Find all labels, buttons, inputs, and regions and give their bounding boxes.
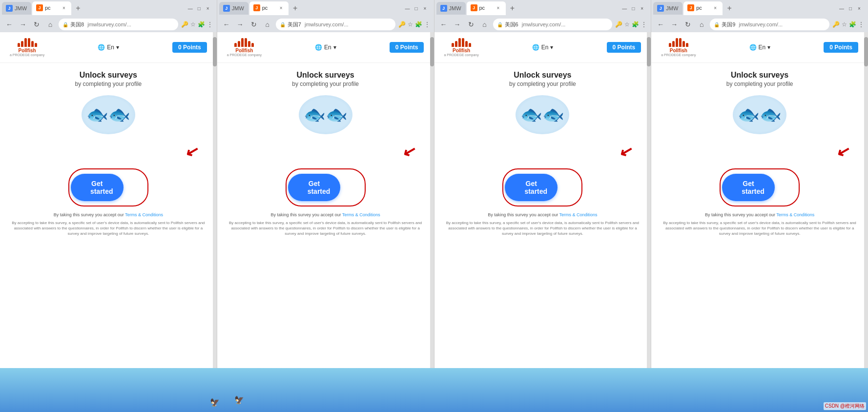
lang-selector[interactable]: 🌐 En ▾ bbox=[315, 44, 336, 51]
url-actions: 🔑 ☆ 🧩 ⋮ bbox=[181, 21, 213, 28]
key-icon[interactable]: 🔑 bbox=[181, 21, 188, 28]
url-field[interactable]: 🔒 美国9 jmwlsurvey.com/... bbox=[710, 19, 829, 30]
scrollbar-y[interactable] bbox=[864, 32, 868, 368]
tab-inactive-jmw[interactable]: J JMW bbox=[2, 2, 31, 15]
get-started-button[interactable]: Get started bbox=[288, 174, 341, 201]
tab-close-btn[interactable]: × bbox=[61, 4, 67, 11]
scrollbar-thumb[interactable] bbox=[864, 37, 868, 66]
get-started-button[interactable]: Get started bbox=[505, 174, 558, 201]
puzzle-icon[interactable]: 🧩 bbox=[415, 21, 422, 28]
star-icon[interactable]: ☆ bbox=[842, 21, 847, 28]
tab-inactive-jmw[interactable]: J JMW bbox=[653, 2, 682, 15]
home-btn[interactable]: ⌂ bbox=[45, 19, 56, 30]
page-header: Pollfish a PRODEGE company 🌐 En ▾ 0 Poin… bbox=[651, 32, 868, 63]
puzzle-icon[interactable]: 🧩 bbox=[198, 21, 205, 28]
close-btn[interactable]: × bbox=[205, 5, 211, 11]
terms-link[interactable]: Terms & Conditions bbox=[125, 212, 163, 217]
chevron-down-icon: ▾ bbox=[116, 44, 119, 51]
terms-link[interactable]: Terms & Conditions bbox=[776, 212, 814, 217]
tab-add-btn[interactable]: + bbox=[289, 2, 301, 14]
back-btn[interactable]: ← bbox=[655, 19, 666, 30]
tab-icon-pc: J bbox=[253, 4, 260, 11]
tab-add-btn[interactable]: + bbox=[72, 2, 84, 14]
menu-icon[interactable]: ⋮ bbox=[207, 21, 213, 28]
key-icon[interactable]: 🔑 bbox=[398, 21, 406, 28]
scrollbar-y[interactable] bbox=[647, 32, 651, 368]
scrollbar-thumb[interactable] bbox=[430, 37, 434, 66]
terms-text: By taking this survey you accept our Ter… bbox=[54, 212, 163, 217]
tab-add-btn[interactable]: + bbox=[723, 2, 735, 14]
home-btn[interactable]: ⌂ bbox=[696, 19, 707, 30]
scrollbar-thumb[interactable] bbox=[647, 37, 651, 66]
tab-close-btn[interactable]: × bbox=[712, 4, 719, 11]
tab-inactive-jmw[interactable]: J JMW bbox=[436, 2, 466, 15]
maximize-btn[interactable]: □ bbox=[847, 5, 853, 11]
tab-add-btn[interactable]: + bbox=[507, 2, 518, 14]
url-region: 美国8 bbox=[70, 21, 84, 28]
maximize-btn[interactable]: □ bbox=[196, 5, 202, 11]
menu-icon[interactable]: ⋮ bbox=[641, 21, 647, 28]
points-button[interactable]: 0 Points bbox=[824, 42, 858, 53]
scrollbar-thumb[interactable] bbox=[213, 37, 217, 66]
menu-icon[interactable]: ⋮ bbox=[424, 21, 430, 28]
puzzle-icon[interactable]: 🧩 bbox=[632, 21, 639, 28]
back-btn[interactable]: ← bbox=[438, 19, 449, 30]
close-btn[interactable]: × bbox=[639, 5, 645, 11]
scrollbar-y[interactable] bbox=[430, 32, 434, 368]
points-button[interactable]: 0 Points bbox=[607, 42, 641, 53]
lang-selector[interactable]: 🌐 En ▾ bbox=[98, 44, 119, 51]
tab-close-btn[interactable]: × bbox=[495, 4, 502, 11]
terms-link[interactable]: Terms & Conditions bbox=[342, 212, 380, 217]
refresh-btn[interactable]: ↻ bbox=[466, 19, 476, 30]
minimize-btn[interactable]: — bbox=[405, 5, 411, 11]
back-btn[interactable]: ← bbox=[221, 19, 232, 30]
minimize-btn[interactable]: — bbox=[621, 5, 627, 11]
close-btn[interactable]: × bbox=[856, 5, 862, 11]
tab-icon-jmw: J bbox=[6, 5, 13, 12]
get-started-button[interactable]: Get started bbox=[722, 174, 775, 201]
key-icon[interactable]: 🔑 bbox=[615, 21, 622, 28]
scrollbar-y[interactable] bbox=[213, 32, 217, 368]
key-icon[interactable]: 🔑 bbox=[832, 21, 840, 28]
get-started-box: Get started bbox=[286, 168, 366, 206]
fish-bowl: 🐟🐟 bbox=[82, 95, 135, 134]
tab-active-pc[interactable]: J pc × bbox=[32, 1, 71, 15]
unlock-subtitle: by completing your profile bbox=[292, 81, 359, 87]
forward-btn[interactable]: → bbox=[18, 19, 28, 30]
forward-btn[interactable]: → bbox=[452, 19, 463, 30]
lang-selector[interactable]: 🌐 En ▾ bbox=[532, 44, 554, 51]
refresh-btn[interactable]: ↻ bbox=[682, 19, 693, 30]
minimize-btn[interactable]: — bbox=[187, 5, 193, 11]
url-field[interactable]: 🔒 美国6 jmwlsurvey.com/... bbox=[493, 19, 613, 30]
points-button[interactable]: 0 Points bbox=[172, 42, 207, 53]
tab-active-pc[interactable]: J pc × bbox=[249, 1, 289, 15]
unlock-subtitle: by completing your profile bbox=[726, 81, 793, 87]
points-button[interactable]: 0 Points bbox=[390, 42, 424, 53]
terms-link[interactable]: Terms & Conditions bbox=[559, 212, 598, 217]
maximize-btn[interactable]: □ bbox=[630, 5, 636, 11]
menu-icon[interactable]: ⋮ bbox=[858, 21, 864, 28]
star-icon[interactable]: ☆ bbox=[190, 21, 196, 28]
close-btn[interactable]: × bbox=[422, 5, 428, 11]
refresh-btn[interactable]: ↻ bbox=[31, 19, 42, 30]
tab-inactive-jmw[interactable]: J JMW bbox=[219, 2, 248, 15]
get-started-button[interactable]: Get started bbox=[71, 174, 124, 201]
forward-btn[interactable]: → bbox=[235, 19, 246, 30]
star-icon[interactable]: ☆ bbox=[624, 21, 630, 28]
forward-btn[interactable]: → bbox=[669, 19, 680, 30]
tab-close-btn[interactable]: × bbox=[278, 4, 285, 11]
home-btn[interactable]: ⌂ bbox=[262, 19, 273, 30]
tab-active-pc[interactable]: J pc × bbox=[467, 1, 506, 15]
bird2: 🦅 bbox=[234, 395, 244, 405]
url-field[interactable]: 🔒 美国7 jmwlsurvey.com/... bbox=[276, 19, 395, 30]
home-btn[interactable]: ⌂ bbox=[479, 19, 490, 30]
tab-active-pc[interactable]: J pc × bbox=[683, 1, 723, 15]
minimize-btn[interactable]: — bbox=[839, 5, 845, 11]
back-btn[interactable]: ← bbox=[4, 19, 15, 30]
url-field[interactable]: 🔒 美国8 jmwlsurvey.com/... bbox=[59, 19, 178, 30]
puzzle-icon[interactable]: 🧩 bbox=[849, 21, 856, 28]
refresh-btn[interactable]: ↻ bbox=[248, 19, 259, 30]
maximize-btn[interactable]: □ bbox=[413, 5, 419, 11]
lang-selector[interactable]: 🌐 En ▾ bbox=[749, 44, 771, 51]
star-icon[interactable]: ☆ bbox=[408, 21, 413, 28]
